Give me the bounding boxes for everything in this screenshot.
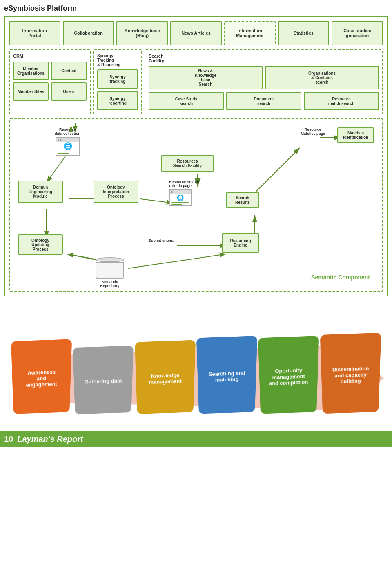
reasoning-engine: ReasoningEngine xyxy=(222,233,259,253)
matches-identification: MatchesIdentification xyxy=(337,127,374,143)
cylinder-label: SemanticRepository xyxy=(100,280,119,288)
bottom-diagram: Resourcedata collection 🌐 xyxy=(9,118,383,292)
box-gathering: Gathering data xyxy=(73,346,134,415)
box-synergy-tracking: Synergytracking xyxy=(97,69,138,89)
footer-title: Layman's Report xyxy=(17,435,83,444)
svg-line-4 xyxy=(47,154,67,183)
criteria-browser-globe: 🌐 xyxy=(170,194,191,201)
resource-collect-label: Resourcedata collection xyxy=(55,127,80,136)
ontology-updating-box: OntologyUpdatingProcess xyxy=(18,234,63,255)
search-facility-label: SearchFacility xyxy=(149,54,379,63)
browser-top xyxy=(56,138,79,142)
box-searching: Searching andmatching xyxy=(196,336,258,414)
footer: 10 Layman's Report xyxy=(0,431,392,447)
box-news-knowledge-search: News &KnowledgebaseSearch xyxy=(149,66,263,89)
box-case-study-search: Case Studysearch xyxy=(149,92,224,110)
ontology-interpretation-process: OntologyInterpretationProcess xyxy=(94,181,138,203)
semantic-repository: SemanticRepository xyxy=(96,258,124,288)
browser-globe: 🌐 xyxy=(56,142,79,151)
middle-section: CRM MemberOrganisations Contact Member S… xyxy=(9,49,383,114)
resource-search-criteria-area: Resource SearchCriteria page 🌐 xyxy=(169,180,199,206)
crm-row-1: MemberOrganisations Contact xyxy=(13,62,87,80)
module-case-studies: Case studiesgeneration xyxy=(332,21,383,45)
bottom-section: Awarenessandengagement Gathering data Kn… xyxy=(0,301,392,427)
search-bottom-row: Case Studysearch Documentsearch Resource… xyxy=(149,92,379,110)
module-information-portal: InformationPortal xyxy=(9,21,60,45)
browser-dot-2 xyxy=(60,139,62,141)
box-contact: Contact xyxy=(51,62,87,80)
browser-line-2 xyxy=(58,153,70,154)
footer-title-text: Layman's Report xyxy=(17,435,83,444)
crm-label: CRM xyxy=(13,54,87,58)
box-member-organisations: MemberOrganisations xyxy=(13,62,49,80)
colored-boxes-container: Awarenessandengagement Gathering data Kn… xyxy=(12,335,380,415)
module-info-management: InformationManagement xyxy=(224,21,276,45)
footer-page-number: 10 xyxy=(4,435,13,444)
criteria-line-2 xyxy=(172,204,182,205)
semantic-component-label: Semantic Component xyxy=(311,274,370,281)
main-diagram-border: InformationPortal Collaboration Knowledg… xyxy=(4,16,388,296)
resource-matches-label: ResourceMatches page xyxy=(301,127,325,136)
svg-line-9 xyxy=(255,148,300,193)
box-organisations-contacts-search: Organisations& Contactssearch xyxy=(265,66,379,89)
box-awareness: Awarenessandengagement xyxy=(11,339,72,414)
domain-engineering-module: DomainEngineeringModule xyxy=(18,181,63,203)
module-news-articles: News Articles xyxy=(170,21,222,45)
synergy-label: SynergyTracking& Reporting xyxy=(97,54,138,67)
module-statistics: Statistics xyxy=(278,21,330,45)
box-synergy-reporting: Synergyreporting xyxy=(97,91,138,110)
criteria-line-1 xyxy=(172,202,189,203)
search-facility-block: SearchFacility News &KnowledgebaseSearch… xyxy=(145,49,383,114)
svg-line-17 xyxy=(128,254,226,268)
resource-search-criteria-label: Resource SearchCriteria page xyxy=(169,180,199,188)
search-top-row: News &KnowledgebaseSearch Organisations&… xyxy=(149,66,379,89)
ontology-interpretation-box: OntologyInterpretationProcess xyxy=(94,181,138,203)
browser-icon-criteria: 🌐 xyxy=(169,189,192,206)
domain-engineering-box: DomainEngineeringModule xyxy=(18,181,63,203)
browser-lines xyxy=(56,151,79,155)
top-modules-row: InformationPortal Collaboration Knowledg… xyxy=(9,21,383,45)
resource-matches-page: ResourceMatches page xyxy=(301,127,325,137)
browser-dot-1 xyxy=(58,139,59,141)
svg-line-7 xyxy=(140,199,173,203)
diagram-area: Resourcedata collection 🌐 xyxy=(14,123,378,287)
top-section: eSymbiosis Platform InformationPortal Co… xyxy=(0,0,392,301)
resources-search-facility-box: ResourcesSearch Facility xyxy=(161,155,214,172)
box-users: Users xyxy=(51,82,87,101)
box-resource-match-search: Resourcematch search xyxy=(304,92,379,110)
box-opportunity: Oportunitymanagementand completion xyxy=(258,336,319,414)
module-collaboration: Collaboration xyxy=(63,21,114,45)
crm-block: CRM MemberOrganisations Contact Member S… xyxy=(9,49,91,114)
criteria-browser-top xyxy=(170,190,191,194)
search-results-area: SearchResults xyxy=(226,192,259,208)
criteria-browser-lines xyxy=(170,201,191,205)
resource-data-collection: Resourcedata collection 🌐 xyxy=(55,127,80,156)
platform-title: eSymbiosis Platform xyxy=(4,4,388,13)
submit-criteria-label: Submit criteria xyxy=(149,239,174,243)
box-knowledge: Knowledgemanagement xyxy=(135,340,196,414)
resources-search-facility: ResourcesSearch Facility xyxy=(161,155,214,172)
box-document-search: Documentsearch xyxy=(226,92,301,110)
box-member-sites: Member Sites xyxy=(13,82,49,101)
cylinder-top xyxy=(96,257,124,262)
browser-line-1 xyxy=(58,152,78,152)
cylinder-body xyxy=(96,262,124,279)
ontology-updating-process: OntologyUpdatingProcess xyxy=(18,234,63,255)
criteria-dot-1 xyxy=(171,191,173,193)
reasoning-engine-box: ReasoningEngine xyxy=(222,233,259,253)
module-knowledge-base: Knowledge base(Blog) xyxy=(116,21,168,45)
box-dissemination: Disseminationand capacitybuilding xyxy=(320,333,381,414)
crm-row-2: Member Sites Users xyxy=(13,82,87,101)
search-results-box: SearchResults xyxy=(226,192,259,208)
arrow-background: Awarenessandengagement Gathering data Kn… xyxy=(8,309,384,423)
synergy-block: SynergyTracking& Reporting Synergytracki… xyxy=(93,49,142,114)
browser-icon-resource: 🌐 xyxy=(56,137,80,156)
